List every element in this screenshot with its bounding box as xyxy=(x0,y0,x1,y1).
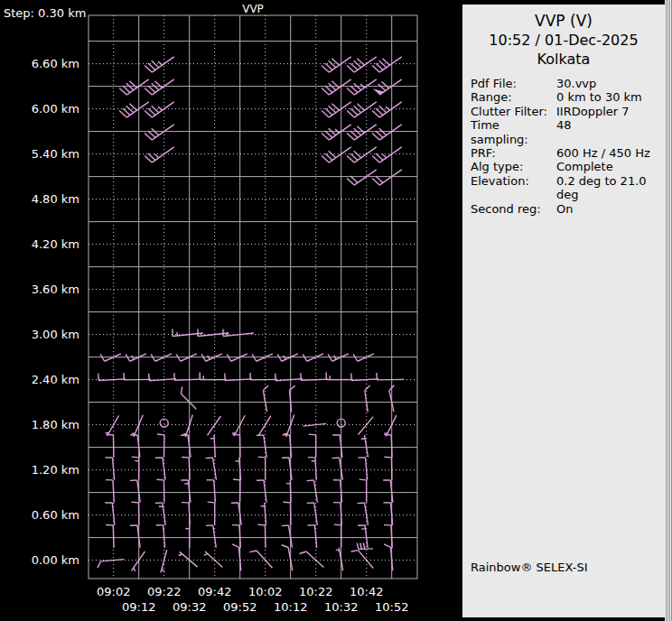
parameter-label: Range: xyxy=(471,90,556,104)
height-tick-label: 1.80 km xyxy=(0,418,79,431)
parameter-row: Second reg:On xyxy=(471,202,665,216)
time-tick-label: 09:42 xyxy=(191,585,238,598)
chart-title: VVP xyxy=(210,3,296,15)
wind-barb-group-surface-multi-tick xyxy=(357,542,373,549)
time-tick-label: 10:42 xyxy=(343,585,390,598)
product-title: VVP (V) xyxy=(462,12,665,30)
parameter-label: Pdf File: xyxy=(471,77,556,90)
parameter-label: Alg type: xyxy=(471,160,556,173)
parameter-row: Alg type:Complete xyxy=(471,160,665,173)
parameter-value: IIRDoppler 7 xyxy=(556,105,665,118)
parameter-label: Elevation: xyxy=(471,174,556,202)
wind-barb-group-row-3km xyxy=(173,329,254,337)
parameter-row: Clutter Filter:IIRDoppler 7 xyxy=(471,105,665,118)
vvp-application-window: VVP Step: 0.30 km 6.60 km6.00 km5.40 km4… xyxy=(0,0,672,621)
parameter-value: 600 Hz / 450 Hz xyxy=(556,146,665,160)
height-step-label: Step: 0.30 km xyxy=(4,6,86,20)
parameter-label: PRF: xyxy=(471,146,556,160)
product-info-panel: VVP (V) 10:52 / 01-Dec-2025 Kolkata Pdf … xyxy=(462,5,665,617)
window-edge-dither-strip xyxy=(665,0,672,621)
height-tick-label: 6.00 km xyxy=(0,102,79,116)
time-tick-label: 10:22 xyxy=(293,585,340,598)
height-tick-label: 4.20 km xyxy=(0,237,79,251)
radar-site-name: Kolkata xyxy=(462,51,665,68)
parameter-row: Elevation:0.2 deg to 21.0 deg xyxy=(471,174,665,202)
wind-barb-group-row-2p4km xyxy=(98,373,404,381)
parameter-value: On xyxy=(556,202,665,216)
time-tick-label: 10:12 xyxy=(267,600,314,614)
parameter-row: Pdf File:30.vvp xyxy=(471,77,665,90)
wind-barb-group-surface-row xyxy=(98,544,393,572)
parameter-value: 30.vvp xyxy=(556,77,665,90)
product-parameter-list: Pdf File:30.vvpRange:0 km to 30 kmClutte… xyxy=(471,77,665,216)
parameter-label: Second reg: xyxy=(471,202,556,216)
time-tick-label: 09:32 xyxy=(166,600,213,614)
height-tick-label: 3.00 km xyxy=(0,328,79,341)
time-tick-label: 09:22 xyxy=(141,585,188,598)
parameter-label: Time sampling: xyxy=(471,118,556,146)
parameter-value: 0.2 deg to 21.0 deg xyxy=(556,174,665,202)
parameter-value: 48 xyxy=(556,118,665,146)
time-tick-label: 09:52 xyxy=(217,600,264,614)
time-tick-label: 10:02 xyxy=(242,585,289,598)
height-tick-label: 4.80 km xyxy=(0,192,79,206)
time-tick-label: 09:02 xyxy=(90,585,137,598)
parameter-label: Clutter Filter: xyxy=(471,105,556,118)
parameter-row: Range:0 km to 30 km xyxy=(471,90,665,104)
parameter-row: PRF:600 Hz / 450 Hz xyxy=(471,146,665,160)
wind-barb-group-row-2p1km xyxy=(181,385,394,412)
parameter-row: Time sampling:48 xyxy=(471,118,665,146)
time-tick-label: 09:12 xyxy=(116,600,163,614)
time-tick-label: 10:32 xyxy=(318,600,365,614)
height-tick-label: 1.20 km xyxy=(0,463,79,477)
pennant-flag xyxy=(373,88,384,95)
height-tick-label: 0.00 km xyxy=(0,553,79,567)
height-tick-label: 0.60 km xyxy=(0,508,79,522)
parameter-value: 0 km to 30 km xyxy=(556,90,665,104)
wind-barb-group-row-1p8km xyxy=(106,414,397,437)
time-tick-label: 10:52 xyxy=(369,600,415,614)
chart-frame xyxy=(89,15,417,579)
wind-barb-group-upper-right-jet xyxy=(322,57,402,185)
height-tick-label: 6.60 km xyxy=(0,57,79,70)
height-tick-label: 2.40 km xyxy=(0,373,79,386)
wind-barb-group-boundary-layer-block xyxy=(105,434,393,548)
height-tick-label: 5.40 km xyxy=(0,147,79,161)
wind-barb-group-upper-left-jet xyxy=(119,57,174,162)
parameter-value: Complete xyxy=(556,160,665,173)
product-datetime: 10:52 / 01-Dec-2025 xyxy=(462,32,665,49)
software-brand-label: Rainbow® SELEX-SI xyxy=(471,561,588,574)
height-tick-label: 3.60 km xyxy=(0,283,79,296)
